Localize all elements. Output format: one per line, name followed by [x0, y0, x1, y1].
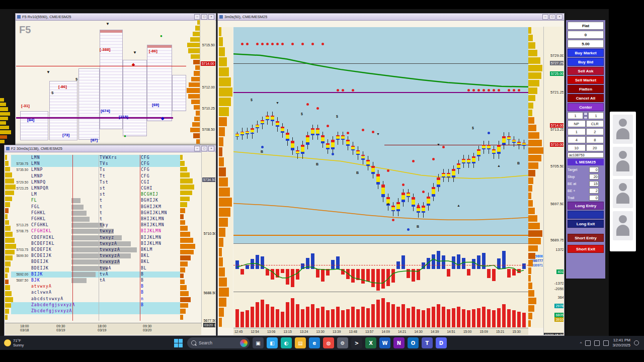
delta-subpanel[interactable]	[233, 243, 528, 292]
maximize-icon[interactable]: □	[201, 14, 207, 20]
tpo-row[interactable]: 5703.75BCDEFIKtvwxyzABKLM	[11, 247, 180, 253]
word-icon[interactable]: W	[379, 337, 390, 348]
param-value-field[interactable]: 15	[589, 181, 599, 187]
file-explorer-icon[interactable]: ▤	[295, 337, 306, 348]
tpo-row[interactable]: 5699.50BCDEIJKtvwxyzABKL	[11, 253, 180, 259]
buy-bid-button[interactable]: Buy Bid	[568, 58, 604, 66]
f2-titlebar[interactable]: F2 30m0s(1138), CME/ESM25 – □ ×	[5, 145, 216, 152]
taskbar[interactable]: 71°F Sunny Search ▣◧◐▤e◍⚙>XWNOTD ^ 12:41…	[0, 336, 644, 350]
f2-price-scale[interactable]: 5734.505710.505688.505677.5003/20 1	[201, 152, 215, 327]
size-preset-cell[interactable]: CLR	[586, 120, 604, 127]
account-field[interactable]: ac138753	[568, 152, 604, 158]
onedrive-icon[interactable]	[585, 340, 591, 346]
tpo-row[interactable]: 5708.75CFGHIKLtwxyzBIJKLMN	[11, 228, 180, 234]
bracket-params[interactable]: Target0Stop20BE at15BE +2Trail0	[567, 166, 605, 201]
size-preset-cell[interactable]: 10	[568, 144, 586, 151]
param-stepper[interactable]	[600, 188, 604, 194]
tpo-row[interactable]: FGHKLtBHIJKLMN	[11, 216, 180, 222]
weather-widget[interactable]: 71°F Sunny	[4, 338, 24, 348]
chrome-icon[interactable]: ◍	[323, 337, 334, 348]
discord-icon[interactable]: D	[436, 337, 447, 348]
minimize-icon[interactable]: –	[542, 14, 548, 20]
center-button[interactable]: Center	[568, 103, 604, 111]
tpo-row[interactable]: CDEFHIKLtwxyzBIJKLMN	[11, 235, 180, 241]
tray-chevron-icon[interactable]: ^	[580, 341, 582, 345]
param-stepper[interactable]	[600, 180, 604, 187]
sell-ask-button[interactable]: Sell Ask	[568, 67, 604, 75]
widgets-icon[interactable]: ◧	[267, 337, 278, 348]
outlook-icon[interactable]: O	[408, 337, 419, 348]
close-icon[interactable]: ×	[556, 14, 562, 20]
window-f5[interactable]: F5 Rv10(5590), CME/ESM25 – □ × F5 5715.5…	[15, 13, 216, 146]
tpo-row[interactable]: ZabcdefgjsvxyzAB	[11, 302, 180, 308]
short-entry-button[interactable]: Short Entry	[568, 234, 604, 242]
maximize-icon[interactable]: □	[201, 146, 207, 151]
size-preset-cell[interactable]: NP	[568, 120, 586, 127]
taskbar-clock[interactable]: 12:41 PM 3/20/2025	[612, 338, 630, 348]
param-stepper[interactable]	[600, 173, 604, 179]
system-tray[interactable]: ^ 12:41 PM 3/20/2025	[580, 338, 639, 348]
f5-titlebar[interactable]: F5 Rv10(5590), CME/ESM25 – □ ×	[16, 14, 216, 21]
search-input[interactable]: Search	[187, 337, 250, 348]
long-exit-button[interactable]: Long Exit	[568, 220, 604, 228]
window-main-chart[interactable]: 3m0s(50), CME/MESM25 – □ × $▼B$$BB▼▲B▼▲$…	[217, 13, 565, 336]
tpo-row[interactable]: 5713.25CFGHKLtxyBHIJKLMN	[11, 222, 180, 228]
order-size-alt-field[interactable]: 1	[588, 112, 604, 119]
tpo-row[interactable]: abcdstvwxyAn	[11, 296, 180, 302]
tpo-row[interactable]: LMNTVWXrsCFG	[11, 155, 180, 161]
speaker-icon[interactable]	[594, 340, 600, 346]
order-size-field[interactable]: 1	[568, 112, 583, 119]
volume-subpanel[interactable]	[233, 292, 528, 328]
param-value-field[interactable]: 20	[589, 174, 599, 179]
settings-icon[interactable]: ⚙	[337, 337, 348, 348]
bracket-param-row[interactable]: Target0	[568, 166, 604, 172]
f2-tpo-rows[interactable]: LMNTVWXrsCFG5739.75LMNTVsCFG5735.50LMNPT…	[11, 155, 180, 321]
size-preset-cell[interactable]: 8	[586, 136, 604, 143]
tpo-row[interactable]: BDEIJKtvwABL	[11, 265, 180, 272]
close-icon[interactable]: ×	[208, 14, 214, 20]
buy-market-button[interactable]: Buy Market	[568, 49, 604, 57]
tpo-row[interactable]: atvwxyAB	[11, 284, 180, 290]
cancel-all-button[interactable]: Cancel All	[568, 94, 604, 102]
main-chart-content[interactable]: $▼B$$BB▼▲B▼▲$▲B 12:4512:5413:0613:1513:2…	[218, 20, 564, 335]
maximize-icon[interactable]: □	[549, 14, 555, 20]
tpo-row[interactable]: FGHKLtBGHIJKLMN	[11, 210, 180, 216]
f5-chart-area[interactable]: F5 5715.505714.005712.005710.255708.50 […	[16, 20, 215, 145]
bracket-param-row[interactable]: Stop20	[568, 173, 604, 179]
tpo-row[interactable]: ZbcdefgjsvxyzA	[11, 308, 180, 314]
window-f2[interactable]: F2 30m0s(1138), CME/ESM25 – □ × LMNTVWXr…	[4, 145, 216, 336]
edge-icon[interactable]: e	[309, 337, 320, 348]
f5-price-scale[interactable]: 5715.505714.005712.005710.255708.50	[200, 20, 215, 145]
tpo-row[interactable]: 5687.50BJKtAB	[11, 278, 180, 284]
notification-bell-icon[interactable]	[634, 340, 639, 345]
size-preset-cell[interactable]: 4	[568, 136, 586, 143]
onenote-icon[interactable]: N	[393, 337, 405, 348]
teams-icon[interactable]: T	[422, 337, 433, 348]
tpo-row[interactable]: LMNPTtCFG	[11, 173, 180, 179]
bracket-param-row[interactable]: Trail0	[568, 195, 604, 201]
tpo-row[interactable]: LMstBCGHIJ	[11, 192, 180, 198]
long-entry-button[interactable]: Long Entry	[568, 202, 604, 210]
param-value-field[interactable]: 0	[589, 195, 599, 201]
terminal-icon[interactable]: >	[351, 337, 362, 348]
size-stepper[interactable]	[584, 112, 588, 119]
tpo-row[interactable]: 5723.25LMNPQRstCGHI	[11, 186, 180, 192]
tpo-row[interactable]: 5739.75LMNTVsCFG	[11, 161, 180, 167]
sell-market-button[interactable]: Sell Market	[568, 76, 604, 84]
flat-button[interactable]: Flat	[568, 22, 604, 30]
tpo-row[interactable]: 5735.50LMNPTsCFG	[11, 167, 180, 173]
tpo-row[interactable]: FGLtBGHIJKM	[11, 204, 180, 210]
size-preset-cell[interactable]: 2	[586, 128, 604, 135]
minimize-icon[interactable]: –	[194, 146, 200, 151]
bracket-param-row[interactable]: BE at15	[568, 180, 604, 187]
size-preset-cell[interactable]: 1	[568, 128, 586, 135]
copilot-icon[interactable]: ◐	[281, 337, 292, 348]
price-chart[interactable]: $▼B$$BB▼▲B▼▲$▲B	[233, 27, 528, 243]
size-preset-cell[interactable]: 20	[586, 144, 604, 151]
bracket-param-row[interactable]: BE +2	[568, 188, 604, 194]
tpo-row[interactable]: 5692.00BIJKtvAB	[11, 272, 180, 278]
tpo-row[interactable]: 5729.50LMNPQTstCGI	[11, 179, 180, 186]
main-titlebar[interactable]: 3m0s(50), CME/MESM25 – □ ×	[218, 14, 564, 21]
param-value-field[interactable]: 0	[589, 167, 599, 172]
main-price-scale[interactable]: 5729.005721.255713.255705.505697.505689.…	[543, 27, 564, 335]
